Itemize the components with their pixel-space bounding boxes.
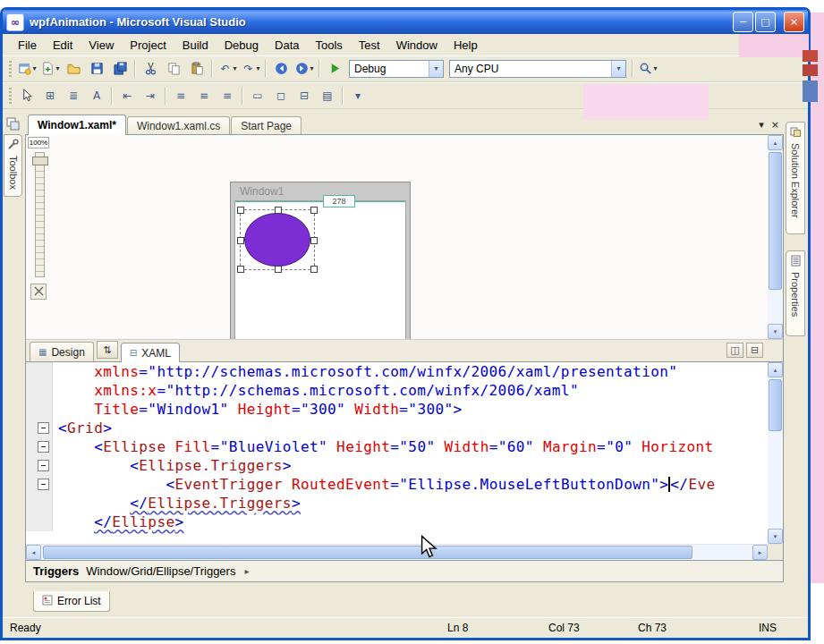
editor-scroll-track[interactable] <box>768 377 783 529</box>
close-document-button[interactable]: × <box>771 119 779 131</box>
new-project-button[interactable]: ▾ <box>15 59 38 79</box>
swap-panes-button[interactable]: ⇅ <box>97 341 118 359</box>
zoom-slider[interactable] <box>35 152 45 277</box>
menu-project[interactable]: Project <box>122 36 174 55</box>
same-width-button[interactable]: ▭ <box>246 86 269 106</box>
design-view-tab[interactable]: ▦ Design <box>30 342 94 361</box>
breadcrumb-current[interactable]: Triggers <box>33 564 79 578</box>
align-centers-button[interactable]: ≡ <box>192 86 216 106</box>
resize-handle-s[interactable] <box>275 266 282 273</box>
collapse-toggle[interactable] <box>38 460 49 471</box>
redo-button[interactable]: ↷▾ <box>239 59 262 79</box>
scroll-up-icon[interactable]: ▴ <box>768 135 783 150</box>
align-lefts-button[interactable]: ≡ <box>169 86 192 106</box>
menu-test[interactable]: Test <box>351 36 388 55</box>
chevron-right-icon[interactable]: ▸ <box>244 566 249 576</box>
horizontal-split-button[interactable]: ⊟ <box>746 343 763 358</box>
toolbar-options-button[interactable]: ▾ <box>346 86 370 106</box>
title-bar[interactable]: ∞ wpfAnimation - Microsoft Visual Studio… <box>3 10 808 34</box>
save-button[interactable] <box>85 59 108 79</box>
scroll-right-icon[interactable]: ▸ <box>752 545 768 560</box>
design-vertical-scrollbar[interactable]: ▴ ▾ <box>768 135 783 339</box>
document-outline-button[interactable]: ≣ <box>62 86 85 106</box>
design-scroll-track[interactable] <box>768 150 783 324</box>
breadcrumb-path[interactable]: Window/Grid/Ellipse/Triggers <box>86 564 235 578</box>
menu-file[interactable]: File <box>10 36 45 55</box>
resize-handle-ne[interactable] <box>310 207 318 214</box>
find-in-files-button[interactable]: ▾ <box>636 59 659 79</box>
edit-text-button[interactable]: A <box>85 86 108 106</box>
design-window-client[interactable]: 278 <box>234 200 406 340</box>
paste-button[interactable] <box>185 59 208 79</box>
layout-grid-button[interactable]: ▤ <box>316 86 339 106</box>
same-height-button[interactable]: ⊟ <box>293 86 316 106</box>
resize-handle-sw[interactable] <box>237 266 244 273</box>
menu-view[interactable]: View <box>81 36 122 55</box>
scroll-down-icon[interactable]: ▾ <box>768 324 783 339</box>
cut-button[interactable] <box>139 59 162 79</box>
editor-scroll-down-icon[interactable]: ▾ <box>768 529 783 544</box>
resize-handle-e[interactable] <box>310 237 318 244</box>
menu-tools[interactable]: Tools <box>307 36 350 55</box>
save-all-button[interactable] <box>108 59 132 79</box>
start-debugging-button[interactable] <box>323 59 346 79</box>
design-scroll-thumb[interactable] <box>769 152 782 290</box>
decrease-indent-button[interactable]: ⇤ <box>115 86 139 106</box>
xaml-editor[interactable]: xmlns="http://schemas.microsoft.com/winf… <box>26 362 783 544</box>
zoom-level[interactable]: 100% <box>28 137 49 148</box>
copy-button[interactable] <box>162 59 185 79</box>
editor-vertical-scrollbar[interactable]: ▴ ▾ <box>768 362 783 544</box>
menu-help[interactable]: Help <box>446 36 486 55</box>
resize-handle-w[interactable] <box>237 237 244 244</box>
increase-indent-button[interactable]: ⇥ <box>139 86 162 106</box>
zoom-slider-thumb[interactable] <box>32 157 48 165</box>
minimize-button[interactable]: − <box>733 12 753 32</box>
collapse-toggle[interactable] <box>38 479 49 490</box>
editor-scroll-up-icon[interactable]: ▴ <box>768 362 783 377</box>
navigate-forward-button[interactable]: ▾ <box>293 59 316 79</box>
toolbar-grip[interactable] <box>9 88 12 104</box>
vertical-split-button[interactable]: ◫ <box>726 343 743 358</box>
menu-debug[interactable]: Debug <box>217 36 267 55</box>
tab-window1-xaml-cs[interactable]: Window1.xaml.cs <box>127 116 230 134</box>
open-file-button[interactable] <box>62 59 85 79</box>
design-window[interactable]: Window1 278 <box>230 182 411 340</box>
same-size-button[interactable]: ◻ <box>269 86 293 106</box>
solution-explorer-tab[interactable]: Solution Explorer <box>786 122 805 234</box>
undo-button[interactable]: ↶▾ <box>216 59 239 79</box>
design-view[interactable]: 100% Window1 <box>26 135 783 340</box>
chevron-down-icon[interactable]: ▾ <box>611 61 625 77</box>
resize-handle-n[interactable] <box>275 207 282 214</box>
toolbox-tab[interactable]: Toolbox <box>4 134 22 197</box>
tab-window1-xaml[interactable]: Window1.xaml* <box>28 114 126 135</box>
scroll-left-icon[interactable]: ◂ <box>26 545 41 560</box>
snaplines-button[interactable]: ⊞ <box>38 86 62 106</box>
solution-platforms-combo[interactable]: Any CPU▾ <box>449 60 626 78</box>
close-button[interactable]: × <box>784 12 804 32</box>
menu-edit[interactable]: Edit <box>45 36 81 55</box>
resize-handle-nw[interactable] <box>237 207 244 214</box>
align-rights-button[interactable]: ≡ <box>216 86 239 106</box>
xaml-view-tab[interactable]: ⊟ XAML <box>121 343 180 362</box>
toolbar-grip[interactable] <box>9 61 12 77</box>
editor-scroll-thumb[interactable] <box>769 379 782 431</box>
fit-to-screen-button[interactable] <box>30 284 47 300</box>
navigate-backward-button[interactable] <box>269 59 293 79</box>
hscroll-track[interactable] <box>41 545 752 560</box>
properties-tab[interactable]: Properties <box>786 250 805 336</box>
resize-handle-se[interactable] <box>310 266 318 273</box>
collapse-toggle[interactable] <box>38 422 49 434</box>
code-lines[interactable]: xmlns="http://schemas.microsoft.com/winf… <box>26 362 768 544</box>
maximize-button[interactable]: □ <box>755 12 776 32</box>
menu-window[interactable]: Window <box>388 36 446 55</box>
document-list-button[interactable]: ▾ <box>759 119 764 131</box>
chevron-down-icon[interactable]: ▾ <box>429 61 443 77</box>
menu-data[interactable]: Data <box>267 36 307 55</box>
add-new-item-button[interactable]: ▾ <box>38 59 62 79</box>
collapse-toggle[interactable] <box>38 441 49 453</box>
selection-tool-button[interactable] <box>15 86 38 106</box>
tab-start-page[interactable]: Start Page <box>231 116 302 134</box>
editor-horizontal-scrollbar[interactable]: ◂ ▸ <box>26 544 783 560</box>
error-list-tab[interactable]: Error List <box>33 591 110 612</box>
menu-build[interactable]: Build <box>174 36 217 55</box>
